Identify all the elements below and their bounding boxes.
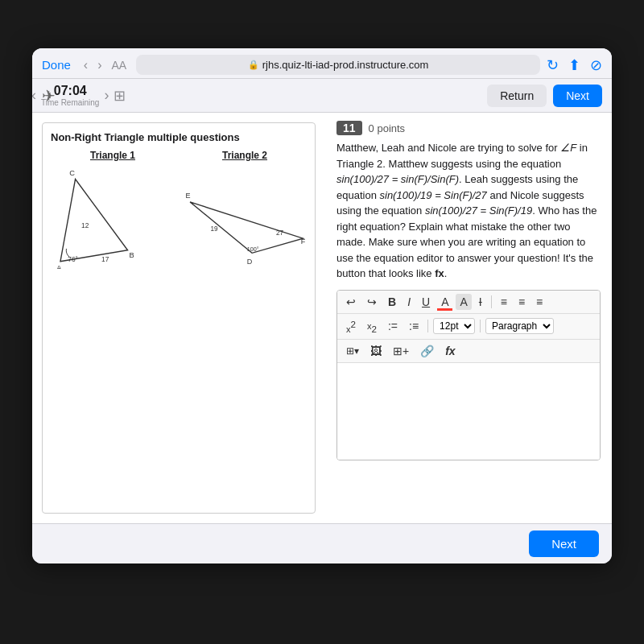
triangles-area: Triangle 1 A B C 76° 12 17: [51, 150, 307, 272]
align-left-button[interactable]: ≡: [497, 294, 511, 310]
panel-title: Non-Right Triangle multiple questions: [51, 131, 307, 143]
image-button[interactable]: 🖼: [366, 343, 386, 359]
next-button-bottom[interactable]: Next: [529, 530, 599, 557]
undo-button[interactable]: ↩: [342, 294, 360, 310]
link-button[interactable]: 🔗: [416, 343, 438, 359]
svg-text:C: C: [69, 169, 75, 177]
triangle1-label: Triangle 1: [51, 150, 175, 161]
lock-icon: 🔒: [248, 60, 259, 70]
svg-marker-0: [60, 180, 128, 262]
url-bar[interactable]: 🔒 rjhs.quiz-lti-iad-prod.instructure.com: [136, 55, 540, 75]
redo-button[interactable]: ↪: [363, 294, 381, 310]
question-text: Matthew, Leah and Nicole are trying to s…: [336, 140, 601, 282]
svg-text:E: E: [186, 192, 191, 200]
align-right-button[interactable]: ≡: [532, 294, 547, 310]
paragraph-select[interactable]: Paragraph Heading 1 Heading 2: [485, 318, 554, 334]
svg-text:D: D: [247, 258, 253, 266]
browser-nav: ‹ ›: [80, 56, 105, 74]
right-panel: 11 0 points Matthew, Leah and Nicole are…: [325, 113, 612, 523]
browser-chrome: Done ‹ › AA 🔒 rjhs.quiz-lti-iad-prod.ins…: [32, 48, 612, 79]
subscript-button[interactable]: x2: [363, 317, 381, 336]
svg-text:12: 12: [81, 221, 89, 229]
bookmark-button[interactable]: ⊘: [590, 56, 602, 74]
question-header: 11 0 points: [336, 121, 601, 135]
toolbar-sep3: [480, 320, 481, 332]
browser-actions: ↻ ⬆ ⊘: [547, 56, 602, 74]
forward-button[interactable]: ›: [94, 56, 105, 74]
media-button[interactable]: ⊞+: [389, 343, 413, 359]
timer-section: 07:04 Time Remaining: [41, 84, 99, 107]
formula-button[interactable]: fx: [441, 343, 459, 359]
triangle2-svg: E D F 100° 19 27: [183, 164, 307, 269]
strikethrough-button[interactable]: I: [475, 294, 486, 310]
question-number: 11: [336, 121, 362, 135]
quiz-toolbar: ✈ ‹ 07:04 Time Remaining › ⊞ Return Next: [32, 79, 612, 113]
italic-button[interactable]: I: [403, 294, 415, 310]
aa-button[interactable]: AA: [112, 59, 127, 72]
timer-prev-button[interactable]: ‹: [32, 87, 36, 104]
triangle1-container: Triangle 1 A B C 76° 12 17: [51, 150, 175, 272]
toolbar-sep1: [491, 295, 492, 308]
editor-container: ↩ ↪ B I U A A I ≡ ≡ ≡ x2 x2 :=: [336, 290, 601, 461]
svg-text:F: F: [301, 237, 306, 246]
triangle2-container: Triangle 2 E D F 100° 19 27: [183, 150, 307, 272]
question-points: 0 points: [369, 122, 406, 134]
timer-nav: ‹ 07:04 Time Remaining › ⊞: [32, 84, 126, 107]
toolbar-sep2: [427, 320, 428, 332]
align-center-button[interactable]: ≡: [514, 294, 529, 310]
reload-button[interactable]: ↻: [547, 56, 559, 74]
svg-text:B: B: [129, 251, 134, 259]
svg-text:17: 17: [101, 255, 109, 263]
done-link[interactable]: Done: [42, 58, 71, 72]
highlight-button[interactable]: A: [456, 294, 471, 310]
grid-button[interactable]: ⊞: [114, 87, 126, 105]
back-button[interactable]: ‹: [80, 56, 91, 74]
main-content: Non-Right Triangle multiple questions Tr…: [32, 113, 612, 523]
timer-display: 07:04: [54, 84, 87, 98]
ordered-list-button[interactable]: :=: [384, 318, 402, 334]
editor-toolbar-row3: ⊞▾ 🖼 ⊞+ 🔗 fx: [337, 340, 600, 363]
next-button-top[interactable]: Next: [553, 85, 602, 107]
svg-text:A: A: [56, 264, 62, 269]
superscript-button[interactable]: x2: [342, 317, 360, 336]
font-size-select[interactable]: 12pt 10pt 14pt 18pt: [433, 318, 475, 334]
toolbar-buttons: Return Next: [487, 85, 602, 107]
editor-area[interactable]: [337, 363, 600, 460]
triangle1-svg: A B C 76° 12 17: [51, 164, 175, 269]
editor-toolbar-row2: x2 x2 := :≡ 12pt 10pt 14pt 18pt Paragrap…: [337, 314, 600, 341]
font-color-button[interactable]: A: [437, 294, 452, 310]
table-button[interactable]: ⊞▾: [342, 344, 363, 358]
left-panel: Non-Right Triangle multiple questions Tr…: [42, 122, 316, 514]
svg-text:27: 27: [276, 229, 284, 237]
return-button[interactable]: Return: [487, 85, 547, 107]
bold-button[interactable]: B: [384, 294, 400, 310]
svg-text:76°: 76°: [68, 255, 78, 263]
svg-text:100°: 100°: [247, 246, 259, 253]
timer-next-button[interactable]: ›: [104, 87, 109, 104]
underline-button[interactable]: U: [418, 294, 434, 310]
triangle2-label: Triangle 2: [183, 150, 307, 161]
share-button[interactable]: ⬆: [568, 56, 580, 74]
bottom-bar: Next: [32, 523, 612, 564]
timer-label: Time Remaining: [41, 98, 99, 107]
svg-text:19: 19: [210, 225, 218, 233]
unordered-list-button[interactable]: :≡: [405, 318, 423, 334]
editor-toolbar-row1: ↩ ↪ B I U A A I ≡ ≡ ≡: [337, 291, 600, 314]
